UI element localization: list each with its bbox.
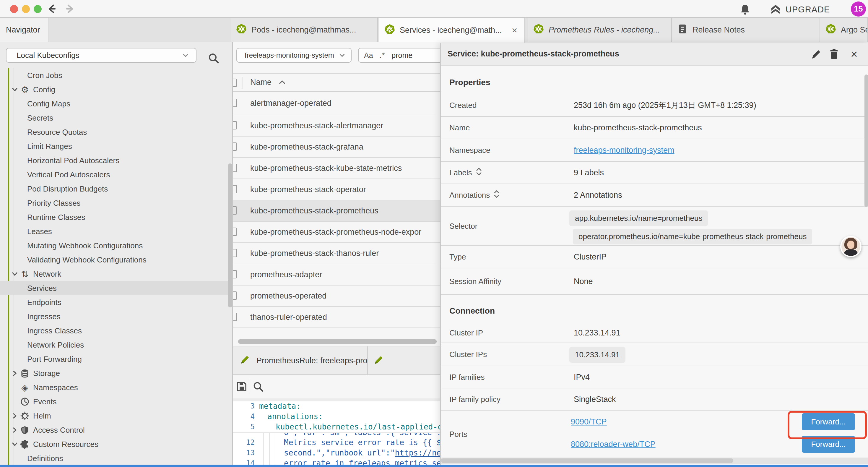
table-row[interactable]: prometheus-adapter [233,264,440,286]
sidebar-item-priority-classes[interactable]: Priority Classes [0,196,228,210]
close-tab-icon[interactable]: × [510,25,519,36]
list-search-input[interactable]: Aa .* prome [358,48,440,63]
close-window-button[interactable] [10,5,18,13]
row-checkbox[interactable] [233,206,237,214]
sidebar-item-leases[interactable]: Leases [0,224,228,238]
table-horizontal-scrollbar[interactable] [238,339,437,344]
sidebar-item-endpoints[interactable]: Endpoints [0,295,228,310]
chevron-right-icon[interactable] [11,426,19,434]
regex-toggle[interactable]: .* [380,51,385,60]
sidebar-item-secrets[interactable]: Secrets [0,111,228,125]
name-column-header[interactable]: Name [250,78,272,87]
row-checkbox[interactable] [233,313,237,321]
table-row[interactable]: alertmanager-operated [233,92,440,115]
sidebar-item-config[interactable]: ⚙Config [0,83,228,97]
sidebar-item-custom-resources[interactable]: Custom Resources [0,437,228,451]
table-row[interactable]: kube-prometheus-stack-thanos-ruler [233,243,440,264]
table-row[interactable]: kube-prometheus-stack-grafana [233,137,440,158]
table-row[interactable]: thanos-ruler-operated [233,307,440,328]
detail-vertical-scrollbar[interactable] [864,75,868,207]
chevron-down-icon[interactable] [11,85,19,94]
notifications-bell-icon[interactable] [739,4,752,16]
chevron-right-icon[interactable] [11,412,19,420]
chevron-right-icon[interactable] [11,369,19,377]
edit-pencil-icon[interactable] [809,48,823,61]
sidebar-item-cron-jobs[interactable]: Cron Jobs [0,68,228,83]
sidebar-item-events[interactable]: Events [0,395,228,409]
navigator-panel-tab[interactable]: Navigator [0,18,49,42]
sidebar-item-horizontal-pod-autoscalers[interactable]: Horizontal Pod Autoscalers [0,153,228,168]
sidebar-item-ingresses[interactable]: Ingresses [0,310,228,324]
close-icon[interactable]: × [847,48,861,61]
upgrade-button[interactable]: UPGRADE [770,3,830,16]
row-checkbox[interactable] [233,228,237,236]
row-checkbox[interactable] [233,164,237,172]
editor-tab-4[interactable]: Release Notes [672,18,820,42]
yaml-editor[interactable]: 3metadata:4annotations:5kubectl.kubernet… [233,399,440,465]
table-row[interactable]: kube-prometheus-stack-alertmanager [233,115,440,137]
row-checkbox[interactable] [233,249,237,257]
dock-tab-prometheusrule[interactable]: PrometheusRule: freeleaps-prod-rabbitmq [233,346,368,375]
user-avatar[interactable] [840,236,862,257]
kubeconfig-selector-dropdown[interactable]: Local Kubeconfigs [6,48,196,63]
table-row[interactable]: prometheus-operated [233,286,440,307]
row-checkbox[interactable] [233,291,237,300]
port-link[interactable]: 8080:reloader-web/TCP [571,440,656,449]
sidebar-item-network-policies[interactable]: Network Policies [0,338,228,352]
chevron-down-icon[interactable] [11,270,19,278]
sidebar-item-helm[interactable]: Helm [0,409,228,423]
back-icon[interactable] [45,3,58,15]
detail-horizontal-scrollbar[interactable] [441,458,868,464]
table-row[interactable]: kube-prometheus-stack-kube-state-metrics [233,158,440,179]
select-all-checkbox[interactable] [233,79,237,87]
namespace-filter-dropdown[interactable]: freeleaps-monitoring-system [236,48,351,63]
row-checkbox[interactable] [233,185,237,193]
row-checkbox[interactable] [233,143,237,151]
sidebar-item-runtime-classes[interactable]: Runtime Classes [0,210,228,224]
namespace-link[interactable]: freeleaps-monitoring-system [574,146,675,155]
editor-tab-5[interactable]: Argo Se [820,18,868,42]
sidebar-scrollbar[interactable] [228,164,232,308]
sidebar-search-icon[interactable] [207,52,220,65]
sidebar-item-ingress-classes[interactable]: Ingress Classes [0,324,228,338]
sidebar-item-mutating-webhook-configurations[interactable]: Mutating Webhook Configurations [0,238,228,253]
match-case-toggle[interactable]: Aa [364,51,373,60]
sidebar-item-pod-disruption-budgets[interactable]: Pod Disruption Budgets [0,182,228,196]
editor-tab-3[interactable]: Prometheus Rules - icecheng... [528,18,672,42]
sidebar-item-validating-webhook-configurations[interactable]: Validating Webhook Configurations [0,253,228,267]
sidebar-item-network[interactable]: ⇅Network [0,267,228,281]
table-row[interactable]: kube-prometheus-stack-operator [233,179,440,200]
dock-tab-next[interactable] [368,346,440,375]
table-row[interactable]: kube-prometheus-stack-prometheus [233,200,440,222]
row-checkbox[interactable] [233,121,237,129]
notification-count-badge[interactable]: 15 [851,1,866,17]
save-icon[interactable] [235,380,248,393]
detail-row-label: Annotations [450,190,500,201]
sidebar-item-definitions[interactable]: Definitions [0,451,228,465]
sidebar-item-storage[interactable]: Storage [0,366,228,380]
maximize-window-button[interactable] [34,5,42,13]
row-checkbox[interactable] [233,270,237,279]
sidebar-item-services[interactable]: Services [0,281,228,295]
forward-icon[interactable] [64,3,76,15]
expand-sort-icon[interactable] [493,190,500,201]
sort-ascending-icon[interactable] [278,79,286,88]
editor-tab-2[interactable]: Services - icecheng@math...× [379,18,525,42]
expand-sort-icon[interactable] [476,167,482,178]
port-link[interactable]: 9090/TCP [571,417,607,427]
minimize-window-button[interactable] [22,5,30,13]
sidebar-item-config-maps[interactable]: Config Maps [0,97,228,111]
sidebar-item-namespaces[interactable]: ◈Namespaces [0,380,228,395]
sidebar-item-limit-ranges[interactable]: Limit Ranges [0,139,228,153]
editor-search-icon[interactable] [252,380,265,393]
chevron-down-icon[interactable] [11,440,19,448]
row-checkbox[interactable] [233,99,237,107]
sidebar-item-vertical-pod-autoscalers[interactable]: Vertical Pod Autoscalers [0,168,228,182]
table-row[interactable]: kube-prometheus-stack-prometheus-node-ex… [233,222,440,243]
sidebar-item-access-control[interactable]: Access Control [0,423,228,437]
sidebar-item-resource-quotas[interactable]: Resource Quotas [0,125,228,139]
sidebar-group-label: Access Control [33,426,85,435]
sidebar-item-port-forwarding[interactable]: Port Forwarding [0,352,228,366]
delete-trash-icon[interactable] [827,48,841,61]
editor-tab-1[interactable]: Pods - icecheng@mathmas... [231,18,378,42]
